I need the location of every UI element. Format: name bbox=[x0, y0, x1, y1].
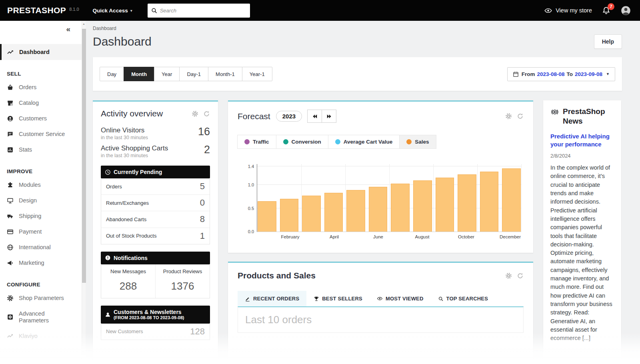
person-circle-icon bbox=[7, 115, 14, 122]
globe-icon bbox=[7, 244, 14, 251]
forecast-bar[interactable] bbox=[302, 196, 321, 232]
help-button[interactable]: Help bbox=[594, 34, 622, 49]
pending-row-abandoned-carts[interactable]: Abandoned Carts 8 bbox=[101, 211, 210, 227]
scrollbar-thumb[interactable] bbox=[82, 29, 86, 283]
store-icon bbox=[7, 100, 14, 106]
next-year-button[interactable] bbox=[322, 110, 336, 123]
sidebar-item-shop-parameters[interactable]: Shop Parameters bbox=[0, 290, 82, 306]
sidebar-item-international[interactable]: International bbox=[0, 240, 82, 255]
sidebar-item-payment[interactable]: Payment bbox=[0, 224, 82, 240]
sidebar-item-modules[interactable]: Modules bbox=[0, 177, 82, 193]
legend-item-conversion[interactable]: Conversion bbox=[276, 135, 328, 149]
tab-best-sellers[interactable]: BEST SELLERS bbox=[306, 291, 370, 306]
range-button-day[interactable]: Day bbox=[100, 67, 124, 81]
forecast-bar[interactable] bbox=[324, 193, 343, 232]
forecast-bar[interactable] bbox=[280, 199, 299, 232]
sidebar-item-label: Design bbox=[19, 197, 37, 204]
x-tick-label: October bbox=[458, 234, 474, 239]
x-tick-label: December bbox=[500, 234, 521, 239]
new-messages-cell[interactable]: New Messages 288 bbox=[101, 264, 155, 298]
range-button-month[interactable]: Month bbox=[124, 67, 154, 81]
global-search[interactable] bbox=[148, 4, 250, 18]
time-range-button-group: Day Month Year Day-1 Month-1 Year-1 bbox=[100, 67, 272, 81]
broadcast-icon bbox=[550, 108, 559, 116]
search-icon bbox=[151, 7, 158, 14]
chat-icon bbox=[7, 131, 14, 138]
news-article-link[interactable]: Predictive AI helping your performance bbox=[550, 132, 614, 149]
sidebar-item-label: Dashboard bbox=[19, 49, 50, 56]
forecast-bar[interactable] bbox=[502, 168, 521, 232]
sidebar-item-klaviyo[interactable]: Klaviyo bbox=[0, 328, 82, 344]
forecast-bar[interactable] bbox=[346, 190, 365, 232]
sidebar-item-customers[interactable]: Customers bbox=[0, 111, 82, 126]
gear-icon[interactable] bbox=[505, 113, 512, 120]
view-my-store-link[interactable]: View my store bbox=[544, 6, 592, 15]
refresh-icon[interactable] bbox=[517, 272, 524, 279]
sidebar-item-dashboard[interactable]: Dashboard bbox=[0, 44, 82, 60]
refresh-icon[interactable] bbox=[203, 110, 210, 117]
forecast-bar[interactable] bbox=[458, 174, 476, 232]
sidebar-item-stats[interactable]: Stats bbox=[0, 142, 82, 158]
sidebar-collapse-button[interactable]: « bbox=[0, 21, 82, 34]
customers-date-range: (FROM 2023-08-08 TO 2023-09-08) bbox=[114, 315, 184, 320]
sidebar-item-design[interactable]: Design bbox=[0, 193, 82, 208]
gear-icon[interactable] bbox=[192, 110, 198, 117]
sidebar-item-catalog[interactable]: Catalog bbox=[0, 95, 82, 111]
forecast-bar[interactable] bbox=[369, 187, 388, 232]
notification-badge: 7 bbox=[608, 3, 614, 10]
basket-icon bbox=[7, 84, 14, 91]
gear-square-icon bbox=[7, 314, 14, 320]
legend-item-sales[interactable]: Sales bbox=[399, 135, 436, 149]
prestashop-logo[interactable]: PRESTASHOP bbox=[7, 6, 66, 15]
notifications-bell[interactable]: 7 bbox=[602, 6, 611, 15]
pending-row-returns[interactable]: Return/Exchanges 0 bbox=[101, 194, 210, 211]
range-button-year-1[interactable]: Year-1 bbox=[242, 67, 272, 81]
active-carts-metric: Active Shopping Carts in the last 30 min… bbox=[101, 144, 210, 158]
tab-top-searches[interactable]: TOP SEARCHES bbox=[431, 291, 496, 306]
pending-row-out-of-stock[interactable]: Out of Stock Products 1 bbox=[101, 228, 210, 244]
megaphone-icon bbox=[7, 260, 14, 266]
gear-icon[interactable] bbox=[505, 272, 512, 279]
tab-recent-orders[interactable]: RECENT ORDERS bbox=[238, 291, 306, 306]
forecast-bar[interactable] bbox=[391, 184, 410, 232]
forecast-bar[interactable] bbox=[258, 201, 276, 232]
quick-access-label: Quick Access bbox=[93, 8, 128, 14]
forecast-bar[interactable] bbox=[480, 172, 499, 232]
forecast-panel: Forecast 2023 bbox=[228, 100, 533, 253]
puzzle-icon bbox=[7, 182, 14, 188]
chevron-down-icon: ▾ bbox=[130, 8, 132, 13]
new-customers-row[interactable]: New Customers 128 bbox=[101, 324, 210, 340]
sidebar-item-shipping[interactable]: Shipping bbox=[0, 208, 82, 224]
forecast-bar[interactable] bbox=[413, 180, 432, 232]
refresh-icon[interactable] bbox=[517, 113, 524, 120]
sidebar-item-customer-service[interactable]: Customer Service bbox=[0, 126, 82, 142]
sidebar-section-sell: SELL bbox=[0, 71, 82, 77]
metric-value: 2 bbox=[204, 144, 210, 155]
pending-row-orders[interactable]: Orders 5 bbox=[101, 178, 210, 194]
sidebar-item-advanced-parameters[interactable]: Advanced Parameters bbox=[0, 306, 71, 328]
range-button-year[interactable]: Year bbox=[154, 67, 180, 81]
sidebar-item-orders[interactable]: Orders bbox=[0, 80, 82, 95]
search-input[interactable] bbox=[160, 8, 247, 14]
range-button-day-1[interactable]: Day-1 bbox=[179, 67, 208, 81]
range-button-month-1[interactable]: Month-1 bbox=[208, 67, 242, 81]
sidebar-item-label: Orders bbox=[19, 84, 36, 91]
date-range-picker[interactable]: From 2023-08-08 To 2023-09-08 ▼ bbox=[507, 67, 615, 81]
legend-item-average-cart-value[interactable]: Average Cart Value bbox=[328, 135, 400, 149]
activity-overview-title: Activity overview bbox=[101, 109, 163, 118]
quick-access-menu[interactable]: Quick Access ▾ bbox=[93, 8, 132, 14]
scrollbar-up-arrow[interactable]: ▲ bbox=[82, 21, 86, 25]
sidebar-item-label: Shop Parameters bbox=[19, 295, 64, 302]
average-cart-value-dot bbox=[335, 139, 340, 144]
sidebar-item-label: International bbox=[19, 244, 51, 251]
product-reviews-cell[interactable]: Product Reviews 1376 bbox=[155, 264, 210, 298]
forecast-bar[interactable] bbox=[436, 178, 454, 232]
user-avatar[interactable] bbox=[620, 5, 631, 16]
legend-item-traffic[interactable]: Traffic bbox=[237, 135, 276, 149]
sidebar-item-marketing[interactable]: Marketing bbox=[0, 255, 82, 271]
tab-most-viewed[interactable]: MOST VIEWED bbox=[370, 291, 431, 306]
x-tick-label: February bbox=[281, 234, 299, 239]
customers-newsletters-header: Customers & Newsletters (FROM 2023-08-08… bbox=[101, 306, 210, 324]
sidebar-scrollbar[interactable]: ▲ bbox=[82, 21, 86, 364]
previous-year-button[interactable] bbox=[307, 110, 322, 123]
